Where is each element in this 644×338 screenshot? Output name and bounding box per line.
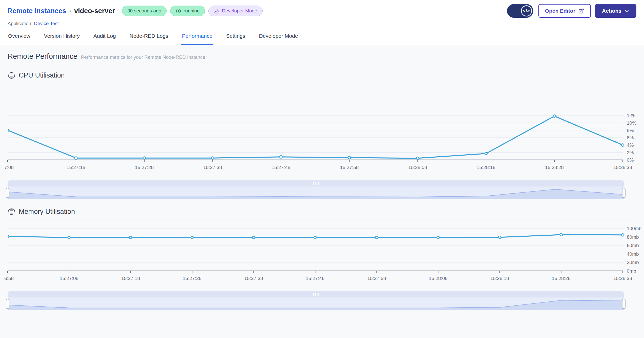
cpu-chip-icon <box>8 71 15 79</box>
beaker-icon <box>214 8 220 14</box>
running-status-badge: running <box>170 6 205 16</box>
tab-node-red-logs[interactable]: Node-RED Logs <box>129 32 169 45</box>
memory-section-title: Memory Utilisation <box>19 208 75 216</box>
svg-text:2%: 2% <box>627 150 634 155</box>
tab-developer-mode[interactable]: Developer Mode <box>259 32 299 45</box>
developer-mode-toggle[interactable]: </> <box>507 4 533 18</box>
memory-section-divider <box>8 219 636 219</box>
cpu-brush-handle-right[interactable] <box>622 188 626 198</box>
cpu-chart-range-selector[interactable] <box>8 180 624 199</box>
svg-text:15:28:08: 15:28:08 <box>429 276 447 281</box>
external-link-icon <box>578 8 584 14</box>
svg-text:15:27:48: 15:27:48 <box>306 276 325 281</box>
svg-text:15:28:18: 15:28:18 <box>490 276 509 281</box>
page-title: Remote Performance <box>8 52 77 61</box>
svg-text:0%: 0% <box>627 157 634 163</box>
svg-text:15:28:38: 15:28:38 <box>613 165 632 170</box>
grip-icon[interactable] <box>313 293 319 296</box>
tab-version-history[interactable]: Version History <box>44 32 80 45</box>
tab-settings[interactable]: Settings <box>226 32 246 45</box>
svg-text:15:27:18: 15:27:18 <box>121 276 140 281</box>
cpu-brush-handle-left[interactable] <box>6 188 9 198</box>
instance-name: video-server <box>74 7 115 15</box>
cpu-brush-area[interactable] <box>8 186 624 199</box>
tab-overview[interactable]: Overview <box>8 32 31 45</box>
cpu-chip-icon <box>8 208 15 216</box>
grip-icon[interactable] <box>313 182 319 185</box>
memory-brush-handle-left[interactable] <box>6 299 9 309</box>
svg-text:15:27:58: 15:27:58 <box>367 276 386 281</box>
svg-text:6%: 6% <box>627 135 634 140</box>
svg-text:15:28:18: 15:28:18 <box>477 165 495 170</box>
svg-text:40mb: 40mb <box>627 251 639 257</box>
page-header: Remote Instances › video-server 30 secon… <box>0 0 644 26</box>
cpu-utilisation-chart: 0%2%4%6%8%10%12%7:0815:27:1815:27:2815:2… <box>8 86 637 171</box>
cpu-section-title: CPU Utilisation <box>19 71 65 79</box>
svg-text:4%: 4% <box>627 142 634 148</box>
open-editor-button[interactable]: Open Editor <box>538 4 591 18</box>
svg-text:0mb: 0mb <box>627 268 636 274</box>
memory-brush-bar[interactable] <box>8 291 624 297</box>
tab-performance[interactable]: Performance <box>181 32 213 45</box>
svg-text:12%: 12% <box>627 113 636 118</box>
memory-brush-handle-right[interactable] <box>622 299 626 309</box>
svg-text:15:28:08: 15:28:08 <box>408 165 427 170</box>
svg-text:20mb: 20mb <box>627 260 639 265</box>
memory-chart-range-selector[interactable] <box>8 291 624 310</box>
svg-text:15:27:08: 15:27:08 <box>60 276 79 281</box>
tab-audit-log[interactable]: Audit Log <box>93 32 116 45</box>
application-label: Application: <box>8 21 32 26</box>
breadcrumb-separator: › <box>69 7 71 14</box>
svg-text:6:58: 6:58 <box>4 276 14 281</box>
svg-text:15:27:28: 15:27:28 <box>135 165 154 170</box>
svg-text:15:27:38: 15:27:38 <box>203 165 222 170</box>
svg-text:7:08: 7:08 <box>4 165 14 170</box>
actions-button[interactable]: Actions <box>595 4 636 18</box>
svg-text:60mb: 60mb <box>627 243 639 248</box>
svg-text:15:27:38: 15:27:38 <box>244 276 263 281</box>
performance-page: Remote Performance Performance metrics f… <box>0 45 644 338</box>
svg-text:15:28:38: 15:28:38 <box>613 276 632 281</box>
code-icon: </> <box>521 5 532 16</box>
svg-text:10%: 10% <box>627 120 636 126</box>
instance-tabs: OverviewVersion HistoryAudit LogNode-RED… <box>0 27 644 45</box>
application-row: Application:Device Test <box>8 21 636 26</box>
page-subtitle: Performance metrics for your Remote Node… <box>81 54 205 60</box>
status-badges: 30 seconds ago running Developer Mode <box>122 6 263 16</box>
svg-text:15:27:58: 15:27:58 <box>340 165 359 170</box>
cpu-section-divider <box>8 83 636 83</box>
application-link[interactable]: Device Test <box>34 21 59 26</box>
breadcrumb-remote-instances[interactable]: Remote Instances <box>8 7 66 15</box>
chevron-down-icon <box>625 9 629 13</box>
last-seen-badge: 30 seconds ago <box>122 6 167 16</box>
svg-text:15:27:18: 15:27:18 <box>67 165 85 170</box>
developer-mode-badge: Developer Mode <box>208 6 262 16</box>
svg-text:80mb: 80mb <box>627 234 639 240</box>
svg-text:100mb: 100mb <box>627 226 641 231</box>
svg-text:15:28:28: 15:28:28 <box>552 276 571 281</box>
svg-text:15:27:28: 15:27:28 <box>183 276 202 281</box>
svg-text:15:27:48: 15:27:48 <box>272 165 290 170</box>
cpu-brush-bar[interactable] <box>8 180 624 186</box>
memory-brush-area[interactable] <box>8 297 624 310</box>
title-divider <box>8 65 636 65</box>
svg-text:15:28:28: 15:28:28 <box>545 165 564 170</box>
play-circle-icon <box>175 8 181 14</box>
svg-text:8%: 8% <box>627 128 634 133</box>
memory-utilisation-chart: 0mb20mb40mb60mb80mb100mb6:5815:27:0815:2… <box>8 222 637 282</box>
